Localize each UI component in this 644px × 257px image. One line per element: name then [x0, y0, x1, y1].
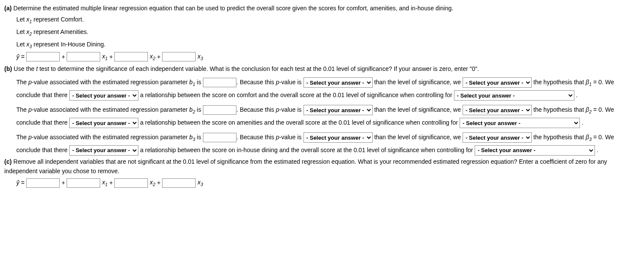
- relationship-b2-select[interactable]: - Select your answer -: [69, 118, 138, 128]
- coef-x2-input-a[interactable]: [114, 52, 148, 61]
- let-text-post: represent Comfort.: [32, 16, 84, 23]
- let-text: Let: [16, 28, 26, 35]
- intercept-input-a[interactable]: [26, 52, 60, 61]
- part-b-prompt: Use the t test to determine the signific…: [14, 65, 479, 72]
- pvalue-b1-input[interactable]: [203, 78, 236, 87]
- coef-x3-input-c[interactable]: [162, 178, 196, 188]
- let-text-post: represent In-House Dining.: [32, 41, 105, 48]
- b1-paragraph: The p-value associated with the estimate…: [4, 76, 640, 101]
- plus: +: [109, 178, 113, 187]
- b2-symbol: b2: [189, 106, 195, 113]
- plus: +: [109, 52, 113, 61]
- equation-a: ŷ = + x1 + x2 + x3: [4, 52, 640, 62]
- x2-term: x2: [150, 52, 155, 62]
- equals: =: [21, 178, 25, 187]
- x3-term: x3: [197, 52, 203, 62]
- b1-symbol: b1: [189, 79, 195, 86]
- part-c-prompt: Remove all independent variables that ar…: [4, 158, 607, 174]
- part-c-label: (c): [4, 158, 12, 165]
- coef-x1-input-c[interactable]: [67, 178, 100, 188]
- controlling-b3-select[interactable]: - Select your answer -: [475, 145, 595, 156]
- beta1-symbol: β1: [586, 79, 592, 86]
- let-x3: Let x3 represent In-House Dining.: [4, 40, 640, 50]
- reject-b1-select[interactable]: - Select your answer -: [463, 77, 532, 88]
- reject-b2-select[interactable]: - Select your answer -: [463, 105, 532, 115]
- plus: +: [157, 178, 160, 187]
- plus: +: [61, 52, 65, 61]
- b2-paragraph: The p-value associated with the estimate…: [4, 104, 640, 128]
- compare-b3-select[interactable]: - Select your answer -: [304, 132, 373, 143]
- coef-x2-input-c[interactable]: [114, 178, 148, 188]
- coef-x1-input-a[interactable]: [67, 52, 100, 61]
- b3-paragraph: The p-value associated with the estimate…: [4, 131, 640, 156]
- yhat-symbol: ŷ: [16, 178, 19, 187]
- x3-term: x3: [197, 177, 203, 188]
- equation-c: ŷ = + x1 + x2 + x3: [4, 177, 640, 188]
- yhat-symbol: ŷ: [16, 52, 19, 61]
- x1-term: x1: [102, 52, 107, 62]
- part-b: (b) Use the t test to determine the sign…: [4, 64, 640, 73]
- coef-x3-input-a[interactable]: [162, 52, 196, 61]
- beta2-symbol: β2: [586, 106, 592, 113]
- x1-symbol: x1: [26, 16, 32, 23]
- let-text: Let: [16, 16, 26, 23]
- equals: =: [21, 52, 25, 61]
- part-a-label: (a): [4, 5, 12, 12]
- part-a: (a) Determine the estimated multiple lin…: [4, 3, 640, 13]
- controlling-b2-select[interactable]: - Select your answer -: [460, 118, 580, 128]
- part-b-label: (b): [4, 65, 12, 72]
- x2-term: x2: [150, 177, 155, 188]
- let-x2: Let x2 represent Amenities.: [4, 27, 640, 38]
- relationship-b3-select[interactable]: - Select your answer -: [69, 145, 138, 156]
- part-c: (c) Remove all independent variables tha…: [4, 157, 640, 176]
- beta3-symbol: β3: [586, 134, 592, 141]
- x3-symbol: x3: [26, 41, 32, 48]
- let-text-post: represent Amenities.: [32, 28, 89, 35]
- plus: +: [157, 52, 160, 61]
- relationship-b1-select[interactable]: - Select your answer -: [69, 90, 138, 101]
- compare-b2-select[interactable]: - Select your answer -: [304, 105, 373, 115]
- part-a-prompt: Determine the estimated multiple linear …: [13, 5, 453, 12]
- x1-term: x1: [102, 177, 107, 188]
- reject-b3-select[interactable]: - Select your answer -: [463, 132, 532, 143]
- x2-symbol: x2: [26, 28, 32, 35]
- let-text: Let: [16, 41, 26, 48]
- plus: +: [61, 178, 65, 187]
- let-x1: Let x1 represent Comfort.: [4, 15, 640, 25]
- compare-b1-select[interactable]: - Select your answer -: [304, 77, 373, 88]
- controlling-b1-select[interactable]: - Select your answer -: [454, 90, 574, 101]
- pvalue-b2-input[interactable]: [203, 105, 236, 115]
- intercept-input-c[interactable]: [26, 178, 60, 188]
- b3-symbol: b3: [189, 134, 195, 141]
- pvalue-b3-input[interactable]: [203, 133, 236, 142]
